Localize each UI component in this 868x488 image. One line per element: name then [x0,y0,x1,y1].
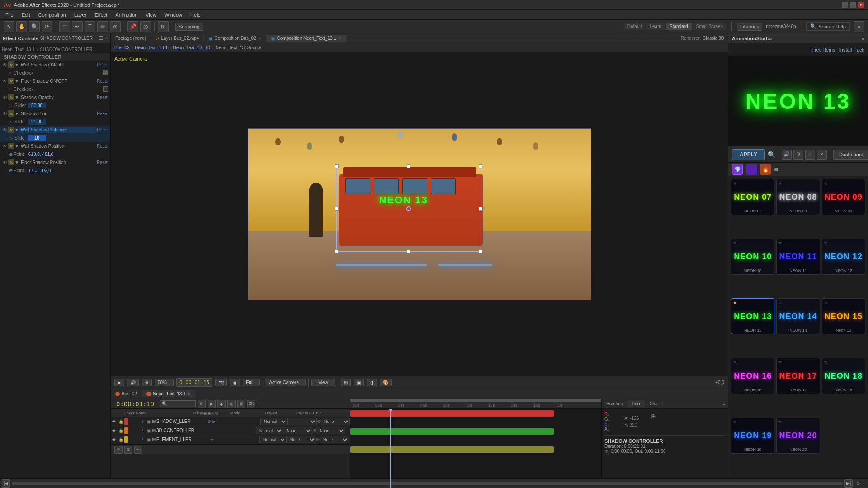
shadow-blur-twirl[interactable]: ▶ [15,112,19,115]
menu-file[interactable]: File [2,11,17,19]
menu-effect[interactable]: Effect [91,11,111,19]
hand-tool[interactable]: ✋ [16,21,27,32]
floor-shadow-checkbox[interactable] [103,86,108,92]
neon20-card[interactable]: ☆ NEON 20 NEON 20 [776,418,820,454]
layer-bus-tab[interactable]: ▷ Layer Bus_02.mp4 [151,35,204,42]
filter-gem-red[interactable]: 🔥 [760,164,771,175]
neon16-star[interactable]: ☆ [733,360,737,365]
layer1-parent-dropdown[interactable]: None [321,418,350,425]
handle-tr[interactable] [479,164,482,168]
libraries-button[interactable]: Libraries [737,23,762,31]
workspace-standard[interactable]: Standard [666,23,692,30]
tl-graph-editor[interactable]: ◇ [114,446,123,454]
neon16-card[interactable]: ☆ NEON 16 NEON 16 [731,358,774,394]
handle-mr[interactable] [479,207,482,211]
neon08-card[interactable]: ☆ NEON 08 NEON 08 [776,179,820,215]
settings-icon[interactable]: ⚙ [793,150,803,160]
neon14-star[interactable]: ☆ [778,300,782,305]
layer1-color[interactable] [124,418,128,425]
floor-shadow-pos-reset[interactable]: Reset [97,160,108,165]
snapping-toggle[interactable]: Snapping [175,23,203,31]
neon12-card[interactable]: ☆ NEON 12 NEON 12 [822,239,865,275]
text-tool[interactable]: T [85,21,95,32]
handle-ml[interactable] [335,207,339,211]
resolution-dropdown[interactable]: Full [243,379,260,386]
layer1-eye[interactable]: 👁 [111,418,117,425]
comp-neon13-close[interactable]: ✕ [338,36,342,41]
layer3-name[interactable]: ELEMENT_LLER [156,437,211,442]
menu-composition[interactable]: Composition [35,11,70,19]
layer3-mode-dropdown[interactable]: Normal [259,436,287,443]
layer3-sw2[interactable] [221,436,226,443]
cha-tab[interactable]: Cha [645,400,662,407]
shadow-opacity-value[interactable]: 52,00 [28,103,46,108]
shadow-opacity-reset[interactable]: Reset [97,95,108,100]
wall-shadow-dist-reset[interactable]: Reset [97,127,108,132]
pen-tool[interactable]: ✒ [72,21,83,32]
exposure-btn[interactable]: ◑ [367,379,377,386]
floor-shadow-onoff-reset[interactable]: Reset [97,79,108,84]
neon14-card[interactable]: ☆ NEON 14 NEON 14 [776,298,820,334]
brush-tool[interactable]: ✏ [97,21,108,32]
track-bar-3[interactable] [350,446,554,453]
neon09-card[interactable]: ☆ NEON 09 NEON 09 [822,179,865,215]
neon17-star[interactable]: ☆ [778,360,782,365]
layer3-sw3[interactable] [227,436,233,443]
breadcrumb-neon13-1[interactable]: Neon_Text_13 1 [135,45,168,50]
neon18-card[interactable]: ☆ NEON 18 NEON 18 [822,358,865,394]
close-panel-icon[interactable]: ✕ [817,150,827,160]
shape-tool[interactable]: □ [59,21,70,32]
brushes-tab[interactable]: Brushes [602,400,628,407]
neon11-star[interactable]: ☆ [778,240,782,245]
handle-tc[interactable] [407,164,410,168]
layer3-trkmat-dropdown[interactable]: None [287,436,316,443]
layer2-eye[interactable]: 👁 [111,427,117,434]
wall-shadow-visibility[interactable]: 👁 [2,61,8,68]
layer2-sw2[interactable] [217,427,223,434]
neon13-timeline-tab[interactable]: Neon_Text_13 1 ≡ [142,390,195,397]
layer2-sw6[interactable] [243,427,249,434]
layer2-name[interactable]: 3D CONTROLLER [156,428,211,433]
timecode-display[interactable]: 0:00:01:15 [176,378,212,387]
camera-orbit-tool[interactable]: ⟳ [42,21,52,32]
workspace-learn[interactable]: Learn [646,23,665,30]
layer3-sw1[interactable] [214,436,220,443]
layer2-sw5[interactable] [237,427,243,434]
layer1-mode-dropdown[interactable]: Normal [260,418,288,425]
minimize-button[interactable]: — [842,2,848,8]
tl-mask-shape[interactable]: ⊙ [124,446,132,454]
shadow-opacity-twirl[interactable]: ▶ [15,96,19,99]
breadcrumb-neon13-3d[interactable]: Neon_Text_13_3D [173,45,210,50]
wall-shadow-pos-twirl[interactable]: ▶ [15,145,19,147]
bus02-timeline-tab[interactable]: Bus_02 [111,390,142,397]
neon10-card[interactable]: ☆ NEON 10 NEON 10 [731,239,774,275]
menu-view[interactable]: View [142,11,160,19]
zoom-tool[interactable]: 🔍 [29,21,40,32]
layer2-sw4[interactable] [230,427,236,434]
layer2-sw3[interactable] [224,427,230,434]
search-help-input[interactable]: 🔍 Search Help [806,22,850,31]
layer3-color[interactable] [124,436,128,443]
layer2-color[interactable] [124,427,128,434]
work-area-bar[interactable] [350,399,601,402]
layer3-parent-link[interactable]: ⊕ [316,437,320,442]
comp-bus02-close[interactable]: ✕ [258,36,262,41]
neon19-star[interactable]: ☆ [733,419,737,424]
breadcrumb-neon13-source[interactable]: Neon_Text_13_Source [216,45,262,50]
center-pivot[interactable] [406,206,411,211]
info-add-icon[interactable]: ⊕ [649,412,658,421]
workspace-default[interactable]: Default [624,23,646,30]
tl-timecode[interactable]: 0:00:01:19 [113,400,158,408]
layer1-sw6[interactable] [248,418,254,425]
menu-animation[interactable]: Animation [112,11,141,19]
clone-tool[interactable]: ⊕ [110,21,121,32]
layer1-name[interactable]: SHADOW_LLER [156,419,207,424]
apply-search-icon[interactable]: 🔍 [768,151,775,158]
menu-window[interactable]: Window [161,11,186,19]
neon13-card[interactable]: ★ NEON 13 NEON 13 [731,298,774,334]
comp-bus02-tab[interactable]: ▣ Composition Bus_02 ✕ [204,35,266,42]
comp-neon13-tab[interactable]: ▣ Composition Neon_Text_13 1 ✕ [267,35,347,42]
neon07-star[interactable]: ☆ [733,181,737,186]
neon07-card[interactable]: ☆ NEON 07 NEON 07 [731,179,774,215]
shadow-opacity-visibility[interactable]: 👁 [2,94,8,100]
